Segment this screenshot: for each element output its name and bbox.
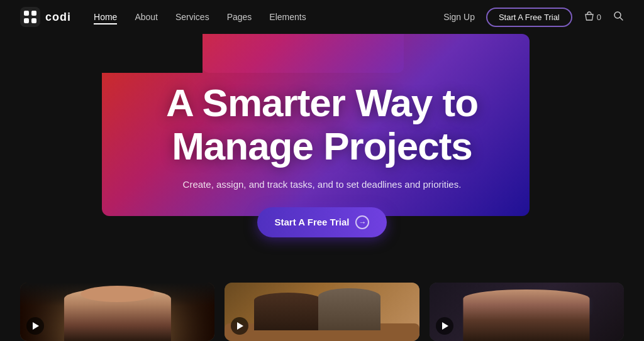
nav-link-home[interactable]: Home <box>94 12 117 24</box>
nav-item-about[interactable]: About <box>135 11 158 23</box>
search-icon[interactable] <box>613 10 624 24</box>
nav-link-pages[interactable]: Pages <box>227 12 252 22</box>
hero-cta-label: Start A Free Trial <box>275 217 350 227</box>
cart-button[interactable]: 0 <box>584 11 601 23</box>
arrow-circle-icon: → <box>355 215 369 229</box>
hero-subtitle: Create, assign, and track tasks, and to … <box>166 179 478 190</box>
hero-cta-button[interactable]: Start A Free Trial → <box>257 207 387 237</box>
hero-title-line2: Manage Projects <box>172 124 472 168</box>
video-thumb-2[interactable] <box>225 283 419 341</box>
play-button-3[interactable] <box>436 317 453 335</box>
navbar: codi Home About Services Pages Elements … <box>0 0 644 34</box>
play-icon-2 <box>237 322 243 330</box>
svg-rect-4 <box>31 18 36 23</box>
hero-title-line1: A Smarter Way to <box>166 81 478 124</box>
nav-trial-button[interactable]: Start A Free Trial <box>486 8 572 27</box>
bag-icon <box>584 11 595 23</box>
search-svg <box>613 10 624 21</box>
bg-shape-top <box>203 34 404 73</box>
play-icon-3 <box>442 322 448 330</box>
nav-item-services[interactable]: Services <box>175 11 209 23</box>
svg-rect-3 <box>24 18 29 23</box>
nav-item-home[interactable]: Home <box>94 11 117 23</box>
nav-right: Sign Up Start A Free Trial 0 <box>443 8 624 27</box>
nav-link-services[interactable]: Services <box>175 12 209 22</box>
nav-links: Home About Services Pages Elements <box>94 11 443 23</box>
logo[interactable]: codi <box>20 7 71 27</box>
play-button-1[interactable] <box>26 317 44 335</box>
play-icon-1 <box>33 322 39 330</box>
video-thumb-3[interactable] <box>430 283 624 341</box>
video-thumbnails <box>0 273 644 341</box>
cart-count: 0 <box>597 13 601 22</box>
nav-link-about[interactable]: About <box>135 12 158 22</box>
nav-item-pages[interactable]: Pages <box>227 11 252 23</box>
hero-section: A Smarter Way to Manage Projects Create,… <box>0 34 644 273</box>
svg-rect-2 <box>31 11 36 16</box>
svg-line-6 <box>620 18 623 20</box>
nav-item-elements[interactable]: Elements <box>269 11 306 23</box>
hero-title: A Smarter Way to Manage Projects <box>166 82 478 167</box>
signup-button[interactable]: Sign Up <box>443 12 475 22</box>
svg-rect-1 <box>24 11 29 16</box>
video-thumb-1[interactable] <box>20 283 214 341</box>
hero-content: A Smarter Way to Manage Projects Create,… <box>128 82 516 237</box>
bg-shape-notch <box>102 34 203 73</box>
nav-link-elements[interactable]: Elements <box>269 12 306 22</box>
brand-name: codi <box>45 11 71 24</box>
logo-icon <box>20 7 40 27</box>
svg-rect-0 <box>20 7 40 27</box>
